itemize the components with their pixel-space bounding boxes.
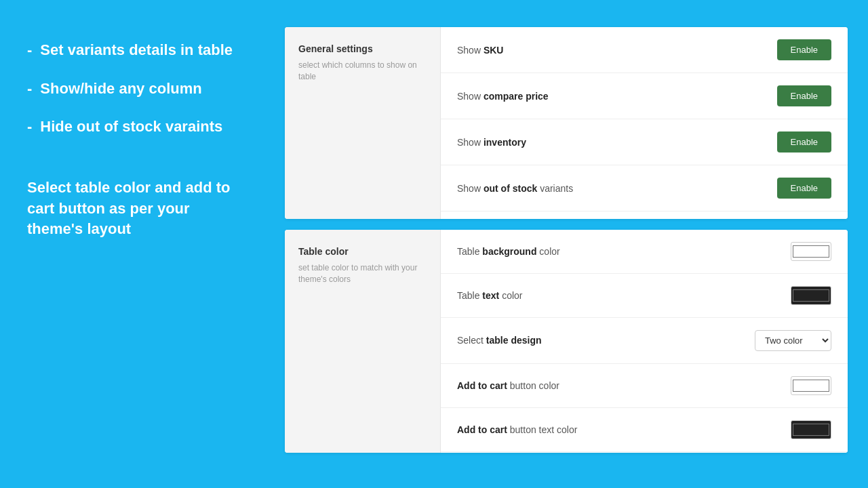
enable-compare-price-button[interactable]: Enable	[777, 85, 831, 106]
setting-label-out-of-stock-bold: out of stock	[484, 183, 537, 194]
text-color-swatch[interactable]	[791, 286, 831, 305]
enable-out-of-stock-button[interactable]: Enable	[777, 178, 831, 199]
bullet-text-1: Set variants details in table	[40, 41, 233, 60]
table-color-inner: Table color set table color to match wit…	[285, 230, 848, 453]
setting-label-sku-bold: SKU	[484, 45, 504, 56]
setting-label-compare-price: Show compare price	[457, 91, 549, 102]
bullet-item-3: - Hide out of stock varaints	[27, 117, 237, 137]
bg-color-swatch[interactable]	[791, 242, 831, 261]
table-color-desc: set table color to match with your theme…	[298, 262, 427, 285]
left-panel: - Set variants details in table - Show/h…	[0, 0, 264, 281]
right-panel: General settings select which columns to…	[264, 0, 868, 488]
setting-label-compare-price-bold: compare price	[484, 91, 549, 102]
enable-sku-button[interactable]: Enable	[777, 39, 831, 60]
setting-row-variant-images: Show variant images Disable	[441, 211, 848, 219]
table-color-sidebar: Table color set table color to match wit…	[285, 230, 441, 453]
dash-icon: -	[27, 41, 32, 60]
setting-row-add-to-cart-text-color: Add to cart button text color	[441, 408, 848, 452]
table-color-content: Table background color Table text color …	[441, 230, 848, 453]
bottom-text: Select table color and add to cart butto…	[27, 178, 237, 240]
setting-label-add-to-cart-color-bold: Add to cart	[457, 380, 507, 391]
setting-label-add-to-cart-text-color: Add to cart button text color	[457, 424, 577, 435]
setting-label-inventory-bold: inventory	[484, 137, 526, 148]
general-settings-title: General settings	[298, 43, 427, 54]
setting-row-table-design: Select table design Two color One color …	[441, 318, 848, 364]
setting-row-text-color: Table text color	[441, 274, 848, 318]
bullet-text-3: Hide out of stock varaints	[40, 117, 222, 137]
setting-label-add-to-cart-color: Add to cart button color	[457, 380, 559, 391]
general-settings-content: Show SKU Enable Show compare price Enabl…	[441, 27, 848, 219]
setting-row-bg-color: Table background color	[441, 230, 848, 274]
setting-row-compare-price: Show compare price Enable	[441, 73, 848, 119]
setting-row-inventory: Show inventory Enable	[441, 119, 848, 165]
table-color-title: Table color	[298, 246, 427, 257]
setting-row-out-of-stock: Show out of stock variants Enable	[441, 165, 848, 211]
general-settings-inner: General settings select which columns to…	[285, 27, 848, 219]
setting-label-add-to-cart-text-color-bold: Add to cart	[457, 424, 507, 435]
bullet-item-1: - Set variants details in table	[27, 41, 237, 60]
setting-label-out-of-stock: Show out of stock variants	[457, 183, 573, 194]
setting-label-bg-color-bold: background	[482, 246, 536, 257]
setting-label-sku: Show SKU	[457, 45, 503, 56]
bullet-list: - Set variants details in table - Show/h…	[27, 41, 237, 137]
save-row: Save	[441, 452, 848, 453]
bullet-item-2: - Show/hide any column	[27, 79, 237, 99]
bullet-text-2: Show/hide any column	[40, 79, 201, 99]
general-settings-sidebar: General settings select which columns to…	[285, 27, 441, 219]
enable-inventory-button[interactable]: Enable	[777, 131, 831, 152]
setting-label-table-design-bold: table design	[486, 335, 542, 346]
setting-label-text-color-bold: text	[482, 290, 499, 301]
setting-label-table-design: Select table design	[457, 335, 542, 346]
table-design-select[interactable]: Two color One color Striped	[755, 330, 831, 351]
dash-icon-3: -	[27, 117, 32, 137]
setting-label-bg-color: Table background color	[457, 246, 560, 257]
setting-label-inventory: Show inventory	[457, 137, 526, 148]
setting-row-add-to-cart-color: Add to cart button color	[441, 364, 848, 408]
add-to-cart-color-swatch[interactable]	[791, 376, 831, 395]
table-color-card: Table color set table color to match wit…	[285, 230, 848, 453]
setting-label-text-color: Table text color	[457, 290, 523, 301]
dash-icon-2: -	[27, 79, 32, 99]
add-to-cart-text-color-swatch[interactable]	[791, 420, 831, 439]
setting-row-sku: Show SKU Enable	[441, 27, 848, 73]
general-settings-card: General settings select which columns to…	[285, 27, 848, 219]
general-settings-desc: select which columns to show on table	[298, 60, 427, 83]
